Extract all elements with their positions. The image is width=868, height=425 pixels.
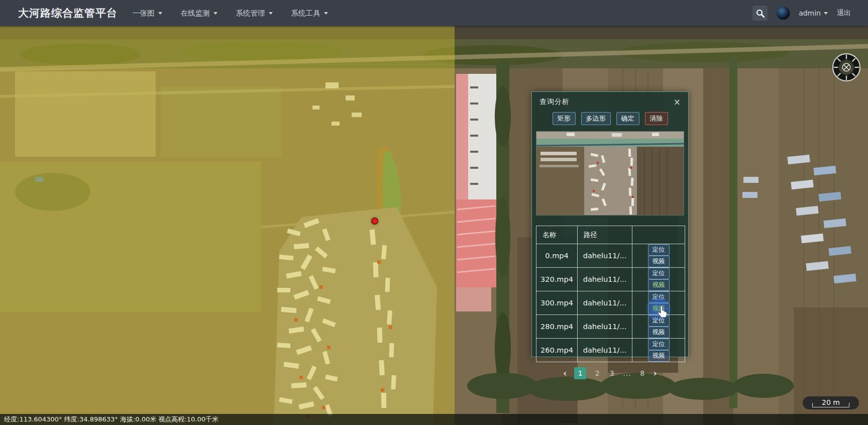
next-page-button[interactable]: › — [654, 368, 657, 378]
aerial-imagery — [0, 26, 868, 425]
cell-name: 260.mp4 — [536, 339, 578, 362]
rectangle-tool-button[interactable]: 矩形 — [553, 112, 576, 125]
avatar[interactable] — [777, 7, 790, 20]
thumbnail-aerial-image — [536, 132, 684, 216]
panel-title: 查询分析 — [539, 97, 570, 107]
cell-name: 280.mp4 — [536, 315, 578, 339]
result-thumbnail[interactable] — [536, 131, 684, 216]
query-analysis-panel: 查询分析 × 矩形 多边形 确定 清除 — [531, 91, 689, 357]
top-bar: 大河路综合监管平台 一张图 在线监测 系统管理 系统工具 admin — [0, 0, 868, 26]
cell-path: dahelu11/... — [578, 268, 632, 291]
cell-path: dahelu11/... — [578, 244, 632, 268]
video-button[interactable]: 视频 — [648, 256, 670, 267]
locate-button[interactable]: 定位 — [648, 244, 670, 256]
top-right-cluster: admin 退出 — [752, 6, 851, 21]
menu-system-management[interactable]: 系统管理 — [236, 9, 273, 18]
polygon-tool-button[interactable]: 多边形 — [581, 112, 611, 125]
locate-button[interactable]: 定位 — [648, 339, 670, 350]
app-title: 大河路综合监管平台 — [18, 6, 118, 20]
panel-header: 查询分析 × — [532, 92, 688, 109]
table-row: 260.mp4 dahelu11/... 定位 视频 — [536, 339, 685, 362]
scale-indicator: 20 m — [803, 396, 859, 409]
menu-online-monitoring[interactable]: 在线监测 — [181, 9, 218, 18]
search-button[interactable] — [752, 6, 768, 21]
chevron-down-icon — [824, 12, 828, 15]
close-icon[interactable]: × — [674, 98, 681, 107]
clear-button[interactable]: 清除 — [645, 112, 668, 125]
cell-path: dahelu11/... — [578, 315, 632, 339]
draw-tools: 矩形 多边形 确定 清除 — [532, 112, 688, 125]
results-table: 名称 路径 0.mp4 dahelu11/... 定位 视频 320.mp4 d… — [536, 226, 685, 362]
map-marker-red-dot[interactable] — [371, 218, 378, 225]
map-canvas[interactable]: 20 m 查询分析 × 矩形 多边形 确定 清除 — [0, 26, 868, 425]
column-name: 名称 — [536, 226, 578, 244]
hand-cursor-icon — [657, 306, 668, 318]
page-2[interactable]: 2 — [594, 369, 601, 377]
menu-label: 系统管理 — [236, 9, 265, 18]
logout-button[interactable]: 退出 — [837, 9, 851, 18]
user-menu[interactable]: admin — [799, 9, 828, 17]
chevron-down-icon — [158, 12, 162, 15]
menu-label: 在线监测 — [181, 9, 210, 18]
locate-button[interactable]: 定位 — [648, 268, 670, 279]
cell-path: dahelu11/... — [578, 291, 632, 315]
cell-name: 300.mp4 — [536, 291, 578, 315]
page-1[interactable]: 1 — [574, 367, 586, 379]
page-8[interactable]: 8 — [639, 369, 646, 377]
table-header-row: 名称 路径 — [536, 226, 685, 244]
column-actions — [632, 226, 685, 244]
coordinates-text: 经度:113.604300° 纬度:34.898633° 海拔:0.00米 视点… — [4, 415, 219, 423]
menu-label: 一张图 — [133, 9, 155, 18]
video-button[interactable]: 视频 — [648, 279, 670, 291]
menu-system-tools[interactable]: 系统工具 — [291, 9, 328, 18]
cell-path: dahelu11/... — [578, 339, 632, 362]
scale-label: 20 m — [822, 398, 840, 407]
search-icon — [756, 9, 765, 18]
menu-one-map[interactable]: 一张图 — [133, 9, 162, 18]
pagination: ‹ 1 2 3 ... 8 › — [532, 367, 688, 379]
main-menu: 一张图 在线监测 系统管理 系统工具 — [133, 9, 328, 18]
confirm-button[interactable]: 确定 — [616, 112, 639, 125]
user-name-label: admin — [799, 9, 821, 17]
chevron-down-icon — [324, 12, 328, 15]
coordinates-status-bar: 经度:113.604300° 纬度:34.898633° 海拔:0.00米 视点… — [0, 414, 868, 425]
prev-page-button[interactable]: ‹ — [563, 368, 567, 378]
page-ellipsis: ... — [623, 369, 631, 377]
video-button-hover-glow: 视频 — [646, 303, 671, 314]
video-button[interactable]: 视频 — [648, 327, 670, 338]
compass-control[interactable] — [832, 53, 861, 82]
compass-icon — [832, 53, 861, 82]
chevron-down-icon — [213, 12, 218, 15]
video-button[interactable]: 视频 — [648, 350, 670, 362]
column-path: 路径 — [578, 226, 632, 244]
cell-name: 0.mp4 — [536, 244, 578, 268]
table-row: 0.mp4 dahelu11/... 定位 视频 — [536, 244, 685, 268]
chevron-down-icon — [269, 12, 273, 15]
logout-label: 退出 — [837, 9, 851, 18]
table-row: 300.mp4 dahelu11/... 定位 视频 — [536, 291, 685, 315]
table-row: 320.mp4 dahelu11/... 定位 视频 — [536, 268, 685, 291]
cell-name: 320.mp4 — [536, 268, 578, 291]
page-3[interactable]: 3 — [608, 369, 615, 377]
menu-label: 系统工具 — [291, 9, 320, 18]
table-row: 280.mp4 dahelu11/... 定位 视频 — [536, 315, 685, 339]
